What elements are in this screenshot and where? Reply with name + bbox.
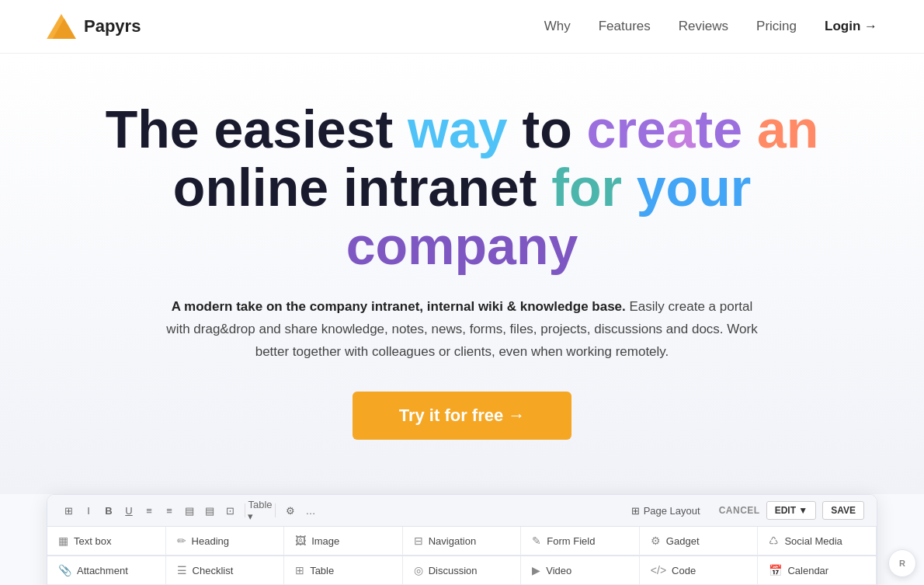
brand[interactable]: Papyrs bbox=[47, 14, 141, 39]
toolbar-align2-icon[interactable]: ▤ bbox=[201, 502, 218, 519]
logo-icon bbox=[47, 14, 76, 39]
cta-button[interactable]: Try it for free → bbox=[353, 392, 572, 440]
product-screenshot: ⊞ I B U ≡ ≡ ▤ ▤ ⊡ Table ▾ ⚙ … ⊞ Page Lay… bbox=[47, 494, 877, 585]
subtitle-bold: A modern take on the company intranet, i… bbox=[172, 299, 626, 314]
nav-item-why[interactable]: Why bbox=[544, 19, 571, 34]
widget-image-label: Image bbox=[311, 535, 339, 547]
nav-links: Why Features Reviews Pricing Login → bbox=[544, 19, 877, 34]
edit-button[interactable]: EDIT ▼ bbox=[766, 501, 817, 520]
widget-code-label: Code bbox=[672, 565, 696, 576]
nav-item-pricing[interactable]: Pricing bbox=[756, 19, 797, 34]
revain-badge[interactable]: R bbox=[888, 549, 916, 577]
toolbar-actions: CANCEL EDIT ▼ SAVE bbox=[719, 501, 864, 520]
widget-textbox[interactable]: ▦ Text box bbox=[47, 527, 166, 555]
hero-title: The easiest way to create an online intr… bbox=[62, 100, 862, 274]
widget-gadget[interactable]: ⚙ Gadget bbox=[640, 527, 759, 555]
gadget-icon: ⚙ bbox=[651, 535, 661, 547]
widget-attachment-label: Attachment bbox=[77, 565, 128, 576]
revain-label: R bbox=[899, 559, 905, 568]
widget-calendar-label: Calendar bbox=[787, 565, 828, 576]
widget-socialmedia-label: Social Media bbox=[784, 535, 842, 547]
toolbar-icon-2[interactable]: I bbox=[80, 502, 97, 519]
widget-formfield[interactable]: ✎ Form Field bbox=[521, 527, 640, 555]
image-icon: 🖼 bbox=[295, 535, 306, 547]
toolbar-more-icon[interactable]: … bbox=[302, 502, 319, 519]
hero-subtitle: A modern take on the company intranet, i… bbox=[159, 296, 765, 364]
widget-discussion[interactable]: ◎ Discussion bbox=[403, 556, 522, 585]
widget-navigation-label: Navigation bbox=[429, 535, 476, 547]
attachment-icon: 📎 bbox=[58, 564, 71, 576]
toolbar-list-icon[interactable]: ≡ bbox=[141, 502, 158, 519]
nav-item-features[interactable]: Features bbox=[599, 19, 651, 34]
widget-gadget-label: Gadget bbox=[666, 535, 700, 547]
widget-video-label: Video bbox=[546, 565, 571, 576]
widget-heading-label: Heading bbox=[192, 535, 229, 547]
widget-row-1: ▦ Text box ✏ Heading 🖼 Image ⊟ Navigatio… bbox=[47, 527, 877, 556]
toolbar-indent-icon[interactable]: ⊡ bbox=[221, 502, 238, 519]
widget-textbox-label: Text box bbox=[74, 535, 111, 547]
table-icon: ⊞ bbox=[295, 564, 304, 576]
widget-checklist-label: Checklist bbox=[193, 565, 234, 576]
code-icon: </> bbox=[651, 564, 666, 576]
heading-icon: ✏ bbox=[177, 535, 186, 547]
toolbar-icon-1[interactable]: ⊞ bbox=[60, 502, 77, 519]
cancel-button[interactable]: CANCEL bbox=[719, 505, 760, 516]
toolbar-table-icon[interactable]: Table ▾ bbox=[252, 502, 269, 519]
toolbar-bold-icon[interactable]: B bbox=[100, 502, 117, 519]
page-layout-button[interactable]: ⊞ Page Layout bbox=[631, 505, 700, 517]
discussion-icon: ◎ bbox=[414, 564, 423, 576]
toolbar-underline-icon[interactable]: U bbox=[120, 502, 137, 519]
widget-table-label: Table bbox=[310, 565, 334, 576]
edit-label: EDIT ▼ bbox=[775, 505, 808, 516]
page-layout-icon: ⊞ bbox=[631, 505, 640, 517]
widget-heading[interactable]: ✏ Heading bbox=[166, 527, 285, 555]
formfield-icon: ✎ bbox=[532, 535, 541, 547]
video-icon: ▶ bbox=[532, 564, 540, 576]
editor-toolbar: ⊞ I B U ≡ ≡ ▤ ▤ ⊡ Table ▾ ⚙ … ⊞ Page Lay… bbox=[47, 495, 877, 527]
toolbar-separator-1 bbox=[245, 503, 245, 517]
hero-section: The easiest way to create an online intr… bbox=[0, 54, 924, 494]
widget-formfield-label: Form Field bbox=[547, 535, 595, 547]
widget-code[interactable]: </> Code bbox=[640, 556, 759, 585]
widget-calendar[interactable]: 📅 Calendar bbox=[758, 556, 877, 585]
widget-discussion-label: Discussion bbox=[429, 565, 478, 576]
nav-item-reviews[interactable]: Reviews bbox=[679, 19, 728, 34]
toolbar-link-icon[interactable]: ⚙ bbox=[282, 502, 299, 519]
brand-name: Papyrs bbox=[84, 16, 141, 37]
widget-row-2: 📎 Attachment ☰ Checklist ⊞ Table ◎ Discu… bbox=[47, 556, 877, 585]
toolbar-separator-2 bbox=[275, 503, 276, 517]
calendar-icon: 📅 bbox=[769, 564, 782, 576]
toolbar-align-icon[interactable]: ▤ bbox=[181, 502, 198, 519]
widget-image[interactable]: 🖼 Image bbox=[284, 527, 403, 555]
widget-socialmedia[interactable]: ♺ Social Media bbox=[758, 527, 877, 555]
nav-login-button[interactable]: Login → bbox=[825, 19, 877, 34]
widget-navigation[interactable]: ⊟ Navigation bbox=[403, 527, 522, 555]
widget-table[interactable]: ⊞ Table bbox=[284, 556, 403, 585]
socialmedia-icon: ♺ bbox=[769, 535, 779, 547]
navbar: Papyrs Why Features Reviews Pricing Logi… bbox=[0, 0, 924, 54]
widget-attachment[interactable]: 📎 Attachment bbox=[47, 556, 166, 585]
navigation-icon: ⊟ bbox=[414, 535, 423, 547]
checklist-icon: ☰ bbox=[177, 564, 187, 576]
widget-video[interactable]: ▶ Video bbox=[521, 556, 640, 585]
toolbar-list2-icon[interactable]: ≡ bbox=[161, 502, 178, 519]
save-button[interactable]: SAVE bbox=[822, 501, 864, 520]
page-layout-label: Page Layout bbox=[644, 505, 700, 517]
widget-checklist[interactable]: ☰ Checklist bbox=[166, 556, 285, 585]
textbox-icon: ▦ bbox=[58, 535, 68, 547]
